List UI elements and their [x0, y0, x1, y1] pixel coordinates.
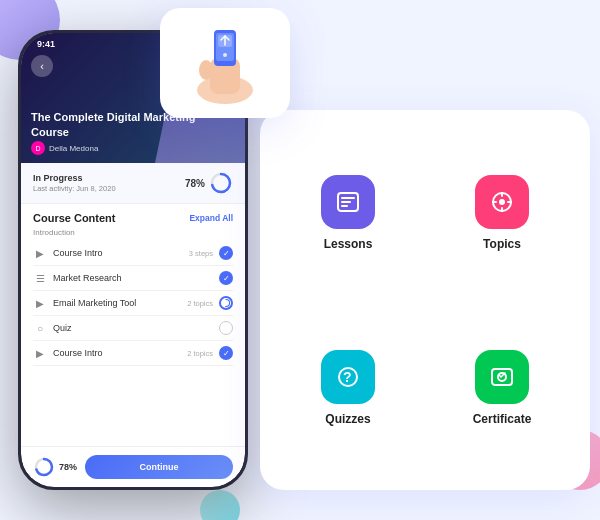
item-name: Course Intro: [53, 348, 181, 358]
progress-pct-text: 78%: [185, 178, 205, 189]
course-content: Course Content Expand All Introduction ▶…: [21, 204, 245, 446]
deco-circle-3: [200, 490, 240, 520]
lessons-label: Lessons: [324, 237, 373, 251]
bottom-bar: 78% Continue: [21, 446, 245, 487]
list-item[interactable]: ▶ Course Intro 3 steps ✓: [33, 241, 233, 266]
lessons-icon-bg: [321, 175, 375, 229]
last-activity: Last activity: Jun 8, 2020: [33, 184, 116, 193]
scene: ‹ 9:41 ▲ ◈ ▮ The Complete Digital Market…: [0, 0, 600, 520]
svg-point-2: [222, 299, 229, 306]
continue-button[interactable]: Continue: [85, 455, 233, 479]
topics-icon-bg: [475, 175, 529, 229]
expand-all-button[interactable]: Expand All: [189, 213, 233, 223]
svg-point-18: [499, 199, 505, 205]
section-intro-label: Introduction: [33, 228, 233, 237]
status-time: 9:41: [37, 39, 55, 49]
svg-text:?: ?: [343, 369, 352, 385]
quizzes-icon: ?: [334, 363, 362, 391]
progress-label: In Progress: [33, 173, 116, 183]
author-name: Della Medona: [49, 144, 98, 153]
feature-quizzes[interactable]: ? Quizzes: [276, 305, 420, 470]
svg-rect-14: [341, 197, 355, 199]
svg-rect-16: [341, 205, 348, 207]
list-item[interactable]: ☰ Market Research ✓: [33, 266, 233, 291]
item-name: Email Marketing Tool: [53, 298, 181, 308]
hand-phone-illustration: [180, 18, 270, 108]
quizzes-icon-bg: ?: [321, 350, 375, 404]
list-item[interactable]: ○ Quiz: [33, 316, 233, 341]
author-avatar: D: [31, 141, 45, 155]
item-list-icon: ☰: [33, 271, 47, 285]
bottom-pct: 78%: [59, 462, 77, 472]
certificate-label: Certificate: [473, 412, 532, 426]
item-quiz-icon: ○: [33, 321, 47, 335]
svg-point-11: [223, 53, 227, 57]
item-name: Course Intro: [53, 248, 183, 258]
lessons-icon: [334, 188, 362, 216]
item-meta: 3 steps: [189, 249, 213, 258]
features-card: Lessons Topics ?: [260, 110, 590, 490]
certificate-icon-bg: [475, 350, 529, 404]
svg-point-7: [199, 60, 213, 80]
feature-lessons[interactable]: Lessons: [276, 130, 420, 295]
back-button[interactable]: ‹: [31, 55, 53, 77]
course-author: D Della Medona: [31, 141, 98, 155]
feature-certificate[interactable]: Certificate: [430, 305, 574, 470]
circular-progress-icon: [209, 171, 233, 195]
quizzes-label: Quizzes: [325, 412, 370, 426]
item-status-empty: [219, 321, 233, 335]
hand-card: [160, 8, 290, 118]
progress-section: In Progress Last activity: Jun 8, 2020 7…: [21, 163, 245, 204]
item-meta: 2 topics: [187, 349, 213, 358]
item-arrow-icon: ▶: [33, 346, 47, 360]
feature-topics[interactable]: Topics: [430, 130, 574, 295]
item-arrow-icon: ▶: [33, 296, 47, 310]
content-title: Course Content: [33, 212, 116, 224]
item-name: Quiz: [53, 323, 207, 333]
certificate-icon: [488, 363, 516, 391]
bottom-progress: 78%: [33, 456, 77, 478]
list-item[interactable]: ▶ Course Intro 2 topics ✓: [33, 341, 233, 366]
item-status-done: ✓: [219, 246, 233, 260]
svg-rect-15: [341, 201, 351, 203]
item-meta: 2 topics: [187, 299, 213, 308]
topics-label: Topics: [483, 237, 521, 251]
item-status-partial: [219, 296, 233, 310]
bottom-progress-icon: [33, 456, 55, 478]
progress-percent: 78%: [185, 171, 233, 195]
item-status-done: ✓: [219, 346, 233, 360]
item-arrow-icon: ▶: [33, 246, 47, 260]
item-status-done: ✓: [219, 271, 233, 285]
item-name: Market Research: [53, 273, 207, 283]
topics-icon: [488, 188, 516, 216]
list-item[interactable]: ▶ Email Marketing Tool 2 topics: [33, 291, 233, 316]
